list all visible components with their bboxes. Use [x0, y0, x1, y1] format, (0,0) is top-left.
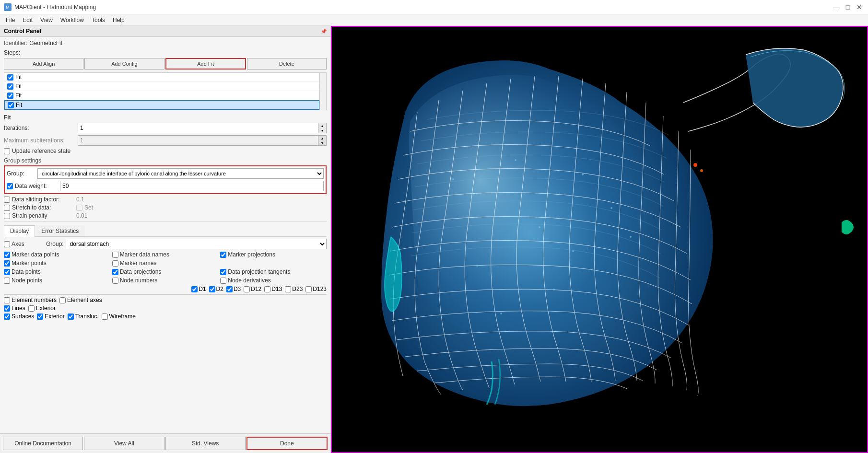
viewport-border [331, 26, 868, 453]
spin-down-sub[interactable]: ▼ [318, 140, 326, 145]
viewport[interactable] [331, 26, 868, 453]
d1-checkbox[interactable] [191, 286, 198, 292]
step-checkbox-1[interactable] [7, 74, 13, 81]
spin-up[interactable]: ▲ [318, 123, 326, 128]
node-numbers-checkbox[interactable] [112, 278, 118, 284]
add-config-button[interactable]: Add Config [84, 58, 164, 70]
lines-exterior-checkbox[interactable] [28, 305, 35, 312]
update-reference-checkbox[interactable] [4, 148, 10, 154]
view-all-button[interactable]: View All [84, 437, 164, 450]
max-subiterations-input[interactable] [78, 135, 318, 146]
data-sliding-checkbox[interactable] [4, 197, 10, 203]
element-axes-checkbox[interactable] [59, 297, 66, 303]
marker-projections-checkbox[interactable] [220, 252, 226, 258]
done-button[interactable]: Done [246, 437, 328, 450]
steps-buttons: Add Align Add Config Add Fit Delete [4, 58, 327, 70]
node-numbers-label: Node numbers [120, 277, 158, 284]
d12-checkbox[interactable] [244, 286, 250, 292]
data-projection-tangents-checkbox[interactable] [220, 269, 226, 275]
marker-data-names-checkbox[interactable] [112, 252, 118, 258]
lines-item: Lines [4, 305, 25, 312]
node-derivatives-checkbox[interactable] [220, 278, 226, 284]
lines-exterior-item: Exterior [28, 305, 56, 312]
menu-view[interactable]: View [36, 16, 57, 24]
axes-checkbox[interactable] [4, 241, 10, 247]
group-dropdown[interactable]: circular-longitudinal muscle interface o… [37, 168, 324, 179]
marker-projections-label: Marker projections [228, 251, 275, 258]
iterations-label: Iterations: [4, 125, 76, 131]
menu-workflow[interactable]: Workflow [57, 16, 88, 24]
delete-button[interactable]: Delete [247, 58, 327, 70]
menu-help[interactable]: Help [109, 16, 129, 24]
menu-edit[interactable]: Edit [19, 16, 36, 24]
marker-projections-item: Marker projections [220, 251, 327, 258]
panel-pin-icon: 📌 [321, 29, 327, 34]
add-align-button[interactable]: Add Align [4, 58, 83, 70]
surfaces-checkbox[interactable] [4, 314, 10, 320]
step-checkbox-3[interactable] [7, 93, 13, 99]
data-weight-row: Data weight: [7, 181, 324, 191]
maximize-button[interactable]: □ [843, 2, 853, 12]
close-button[interactable]: ✕ [855, 2, 864, 12]
d2-checkbox[interactable] [209, 286, 215, 292]
surfaces-exterior-checkbox[interactable] [37, 314, 43, 320]
strain-checkbox[interactable] [4, 213, 10, 219]
node-points-checkbox[interactable] [4, 278, 10, 284]
d123-checkbox[interactable] [305, 286, 312, 292]
tab-error-statistics[interactable]: Error Statistics [35, 225, 85, 236]
tab-display[interactable]: Display [4, 225, 35, 237]
surfaces-exterior-item: Exterior [37, 313, 64, 320]
data-points-checkbox[interactable] [4, 269, 10, 275]
marker-data-points-checkbox[interactable] [4, 252, 10, 258]
menu-tools[interactable]: Tools [88, 16, 109, 24]
d23-item: D23 [285, 286, 303, 292]
menu-file[interactable]: File [2, 16, 19, 24]
iterations-row: Iterations: ▲ ▼ [4, 123, 327, 133]
step-item[interactable]: Fit [4, 91, 319, 100]
step-item[interactable]: Fit [4, 73, 319, 82]
steps-scrollbar[interactable] [319, 73, 326, 110]
d23-checkbox[interactable] [285, 286, 291, 292]
lines-checkbox[interactable] [4, 305, 10, 312]
d3-checkbox[interactable] [226, 286, 233, 292]
surfaces-transluc-checkbox[interactable] [68, 314, 74, 320]
marker-points-item: Marker points [4, 260, 110, 267]
marker-points-checkbox[interactable] [4, 260, 10, 267]
window-controls: — □ ✕ [832, 2, 864, 12]
surfaces-wireframe-item: Wireframe [102, 313, 136, 320]
data-projections-checkbox[interactable] [112, 269, 118, 275]
add-fit-button[interactable]: Add Fit [165, 58, 246, 70]
surfaces-row: Surfaces Exterior Transluc. Wireframe [4, 313, 327, 320]
spin-up-sub[interactable]: ▲ [318, 136, 326, 140]
main-layout: Control Panel 📌 Identifier: GeometricFit… [0, 26, 868, 453]
data-weight-checkbox[interactable] [7, 183, 13, 189]
iterations-spinbox: ▲ ▼ [78, 123, 327, 133]
lines-row: Lines Exterior [4, 305, 327, 312]
std-views-button[interactable]: Std. Views [165, 437, 246, 450]
surfaces-wireframe-checkbox[interactable] [102, 314, 108, 320]
spin-down[interactable]: ▼ [318, 128, 326, 133]
app-icon-letter: M [6, 5, 10, 10]
iterations-input[interactable] [78, 123, 318, 133]
d3-label: D3 [234, 286, 241, 292]
d123-item: D123 [305, 286, 327, 292]
group-display-dropdown[interactable]: dorsal stomach [66, 239, 327, 249]
online-docs-button[interactable]: Online Documentation [3, 437, 83, 450]
element-numbers-item: Element numbers [4, 297, 57, 303]
d13-checkbox[interactable] [264, 286, 270, 292]
element-numbers-checkbox[interactable] [4, 297, 10, 303]
data-weight-input[interactable] [60, 181, 324, 191]
stretch-set-checkbox[interactable] [76, 205, 82, 211]
step-checkbox-4[interactable] [8, 102, 14, 108]
update-reference-row: Update reference state [4, 148, 327, 154]
marker-names-checkbox[interactable] [112, 260, 118, 267]
step-item-selected[interactable]: Fit [4, 100, 319, 110]
identifier-row: Identifier: GeometricFit [4, 40, 327, 46]
stretch-checkbox[interactable] [4, 205, 10, 211]
minimize-button[interactable]: — [832, 2, 841, 12]
lines-label: Lines [12, 305, 25, 312]
step-checkbox-2[interactable] [7, 83, 13, 90]
subiterations-spinbox: ▲ ▼ [78, 135, 327, 146]
max-subiterations-label: Maximum subiterations: [4, 137, 76, 144]
step-item[interactable]: Fit [4, 82, 319, 91]
